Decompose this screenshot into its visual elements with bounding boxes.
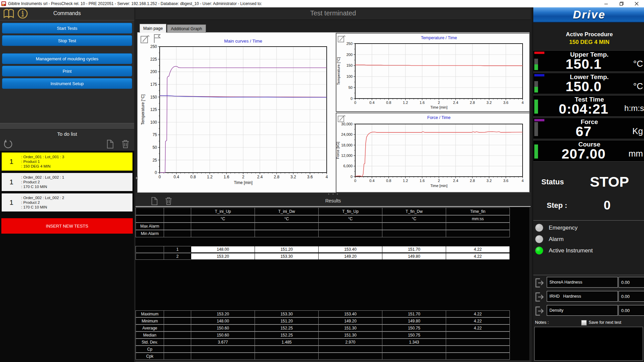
- table-cell: [446, 339, 510, 346]
- edit-graph-icon[interactable]: [140, 34, 150, 45]
- svg-text:125: 125: [150, 107, 157, 112]
- table-cell: [318, 346, 382, 353]
- tab-additional-graph[interactable]: Additional Graph: [167, 24, 206, 33]
- divider: [533, 220, 644, 221]
- todo-item-3[interactable]: 1: Order_002 : Lot_002 : 2: Product 2: 1…: [1, 193, 133, 212]
- drive-logo-bar: Drive: [533, 7, 644, 22]
- application-window: Gibitre Instruments srl - PressCheck rel…: [0, 0, 644, 362]
- svg-text:2.4: 2.4: [453, 101, 458, 105]
- svg-text:0.4: 0.4: [369, 101, 374, 105]
- svg-text:2: 2: [438, 101, 440, 105]
- table-alarm-row: Min Alarm: [136, 230, 529, 237]
- edit-temperature-graph-icon[interactable]: [337, 34, 346, 44]
- table-cell: °C: [255, 215, 319, 223]
- insert-new-tests-button[interactable]: INSERT NEW TESTS: [1, 218, 133, 234]
- minimize-button[interactable]: [599, 0, 614, 7]
- table-stats-row: Minimum148.00151.20149.20149.804.22: [136, 317, 529, 324]
- field-label: ShoreA Hardness: [547, 277, 618, 288]
- svg-text:4: 4: [522, 101, 524, 105]
- svg-text:1.6: 1.6: [420, 179, 425, 183]
- status-indicators: EmergencyAlarmActive Instrument: [533, 222, 644, 256]
- table-cell: [255, 230, 319, 237]
- test-status-bar: Test terminated: [136, 7, 531, 20]
- export-arrow-icon[interactable]: [534, 277, 544, 290]
- table-cell: [446, 353, 510, 360]
- gauge-value: 67: [545, 124, 623, 139]
- table-cell: 149.80: [382, 317, 446, 324]
- results-delete-trash-icon[interactable]: [164, 197, 173, 207]
- svg-text:2.8: 2.8: [274, 175, 279, 179]
- delete-trash-icon[interactable]: [121, 139, 130, 150]
- indicator-alarm: Alarm: [533, 234, 644, 245]
- table-cell: T_fin_Dw: [382, 207, 446, 215]
- field-value[interactable]: 0.00: [619, 305, 644, 316]
- table-cell: Maximum: [136, 310, 164, 317]
- todo-item-count: 1: [2, 198, 21, 206]
- table-data-row: 2153.20153.30149.20149.804.22: [136, 253, 529, 260]
- gauge-force: Force67Kg: [533, 118, 644, 139]
- graph-tabs: Main pageAdditional Graph: [140, 24, 207, 33]
- command-button-print[interactable]: Print: [2, 66, 132, 76]
- command-button-start-tests[interactable]: Start Tests: [2, 23, 132, 34]
- svg-text:1.2: 1.2: [207, 175, 213, 179]
- svg-text:200: 200: [150, 69, 157, 74]
- table-stats-row: Median150.60152.25151.30150.75: [136, 331, 529, 339]
- gauge-value: 207.00: [545, 146, 623, 162]
- restore-button[interactable]: [614, 0, 629, 7]
- table-stats-row: Average150.60152.25151.30150.754.22: [136, 324, 529, 331]
- gauge-value: 150.0: [545, 79, 623, 95]
- svg-text:0: 0: [155, 170, 157, 175]
- flag-marker-icon[interactable]: [153, 34, 162, 45]
- table-cell: [164, 310, 191, 317]
- table-cell: 153.30: [255, 253, 319, 260]
- svg-text:0.4: 0.4: [173, 175, 179, 179]
- svg-text:100: 100: [150, 120, 157, 125]
- svg-text:18,000: 18,000: [341, 143, 353, 147]
- table-cell: 4.22: [446, 253, 510, 260]
- table-cell: 149.80: [382, 253, 446, 260]
- undo-icon[interactable]: [3, 139, 13, 150]
- table-alarm-row: Max Alarm: [136, 223, 529, 230]
- command-button-stop-test[interactable]: Stop Test: [2, 35, 132, 46]
- indicator-label: Emergency: [549, 225, 578, 231]
- table-header-row: T_ini_UpT_ini_DwT_fin_UpT_fin_DwTime_fin: [136, 207, 529, 215]
- todo-toolbar: [0, 139, 134, 150]
- svg-text:6,000: 6,000: [343, 164, 353, 168]
- gauge-unit: Kg: [632, 126, 643, 136]
- todo-item-1[interactable]: 1: Order_001 : Lot_001 : 3: Product 1: 1…: [1, 152, 133, 171]
- new-document-icon[interactable]: [106, 139, 114, 150]
- active-procedure-block: Active Procedure 150 DEG 4 MIN: [533, 22, 644, 51]
- svg-text:24,000: 24,000: [341, 132, 353, 136]
- tab-main-page[interactable]: Main page: [140, 24, 166, 33]
- notes-textarea[interactable]: [534, 327, 643, 361]
- command-button-instrument-setup[interactable]: Instrument Setup: [2, 78, 132, 89]
- svg-text:4: 4: [522, 179, 524, 183]
- gauge-unit: h:m:s: [624, 104, 644, 113]
- save-for-next-test-checkbox[interactable]: [581, 320, 587, 325]
- step-label: Step :: [547, 201, 567, 210]
- todo-item-text: : Order_002 : Lot_002 : 1: Product 2: 17…: [21, 175, 64, 189]
- svg-text:Temperature [°C]: Temperature [°C]: [141, 95, 145, 125]
- field-value[interactable]: 0.00: [619, 291, 644, 302]
- todo-item-2[interactable]: 1: Order_002 : Lot_002 : 1: Product 2: 1…: [1, 173, 133, 191]
- table-cell: [191, 353, 255, 360]
- svg-text:25: 25: [153, 158, 157, 163]
- save-for-next-test-label: Save for next test: [589, 320, 621, 325]
- svg-text:1.2: 1.2: [403, 101, 408, 105]
- table-cell: °C: [382, 215, 446, 223]
- results-new-document-icon[interactable]: [150, 197, 158, 207]
- main-area: Test terminated Main pageAdditional Grap…: [136, 7, 531, 362]
- table-cell: 3.677: [191, 339, 255, 346]
- sidebar-collapse-handle[interactable]: [136, 176, 138, 180]
- close-button[interactable]: [629, 0, 644, 7]
- gauge-value: 150.1: [545, 56, 623, 72]
- table-cell: Cpk: [136, 353, 164, 360]
- field-value[interactable]: 0.00: [619, 277, 644, 288]
- export-arrow-icon[interactable]: [534, 291, 544, 304]
- command-button-management-of-moulding-cycles[interactable]: Management of moulding cycles: [2, 53, 132, 64]
- bottom-scroll-strip[interactable]: [136, 360, 531, 362]
- export-arrow-icon[interactable]: [534, 305, 544, 318]
- table-cell: mm:ss: [446, 215, 510, 223]
- table-cell: °C: [318, 215, 382, 223]
- edit-force-graph-icon[interactable]: [337, 114, 346, 124]
